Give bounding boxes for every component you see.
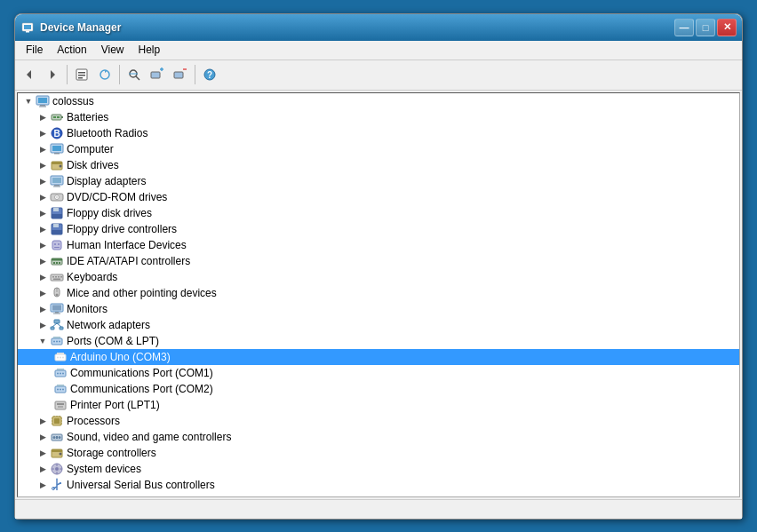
svg-rect-1 <box>24 25 31 29</box>
back-button[interactable] <box>19 64 40 85</box>
floppy-icon <box>50 206 64 220</box>
svg-rect-96 <box>57 403 64 405</box>
network-icon <box>50 318 64 332</box>
tree-node-com2[interactable]: Communications Port (COM2) <box>18 381 739 397</box>
tree-node-system[interactable]: ▶ System devices <box>18 461 739 477</box>
svg-text:B: B <box>53 129 60 139</box>
svg-point-91 <box>57 388 59 390</box>
expander[interactable]: ▶ <box>36 158 50 172</box>
expander[interactable]: ▶ <box>36 478 50 492</box>
tree-node-keyboards[interactable]: ▶ Keyboards <box>18 269 739 285</box>
tree-node-lpt1[interactable]: Printer Port (LPT1) <box>18 397 739 413</box>
toolbar: ? <box>15 60 742 91</box>
svg-point-78 <box>59 340 60 342</box>
help-button[interactable]: ? <box>199 64 220 85</box>
expander[interactable]: ▶ <box>36 286 50 300</box>
keyboard-icon <box>50 270 64 284</box>
svg-rect-33 <box>52 162 62 164</box>
svg-rect-46 <box>53 224 59 227</box>
svg-rect-61 <box>60 276 62 278</box>
expander[interactable]: ▶ <box>36 222 50 236</box>
tree-node-bluetooth[interactable]: ▶ B Bluetooth Radios <box>18 125 739 141</box>
close-button[interactable]: ✕ <box>717 19 737 36</box>
menu-file[interactable]: File <box>19 42 50 58</box>
svg-rect-44 <box>52 214 62 218</box>
expander[interactable]: ▶ <box>36 254 50 268</box>
tree-node-storage[interactable]: ▶ Storage controllers <box>18 445 739 461</box>
remove-button[interactable] <box>170 64 191 85</box>
node-label: Ports (COM & LPT) <box>67 335 159 347</box>
monitor-icon <box>50 302 64 316</box>
svg-rect-84 <box>57 353 64 354</box>
tree-node-computer[interactable]: ▶ Computer <box>18 141 739 157</box>
tree-node-monitors[interactable]: ▶ Monitors <box>18 301 739 317</box>
tree-node-display[interactable]: ▶ Display adapters <box>18 173 739 189</box>
node-label: System devices <box>67 463 141 475</box>
menu-help[interactable]: Help <box>131 42 168 58</box>
add-hardware-button[interactable] <box>147 64 168 85</box>
tree-node-ports[interactable]: ▼ Ports (COM & LPT) <box>18 333 739 349</box>
svg-rect-51 <box>54 247 60 248</box>
floppy-ctrl-icon <box>50 222 64 236</box>
svg-rect-22 <box>39 106 46 107</box>
tree-node-batteries[interactable]: ▶ Batteries <box>18 109 739 125</box>
expander[interactable]: ▶ <box>36 462 50 476</box>
expander[interactable]: ▶ <box>36 302 50 316</box>
svg-point-77 <box>56 340 58 342</box>
scan-button[interactable] <box>124 64 145 85</box>
expander[interactable]: ▶ <box>36 238 50 252</box>
svg-rect-36 <box>52 178 61 183</box>
expander[interactable]: ▶ <box>36 318 50 332</box>
tree-node-sound[interactable]: ▶ Sound, video and game controllers <box>18 429 739 445</box>
disk-icon <box>50 158 64 172</box>
tree-node-arduino[interactable]: Arduino Uno (COM3) <box>18 349 739 365</box>
svg-point-76 <box>53 340 55 342</box>
root-expander[interactable]: ▼ <box>21 94 36 108</box>
tree-node-processors[interactable]: ▶ Process <box>18 413 739 429</box>
tree-node-floppy-disk[interactable]: ▶ Floppy disk drives <box>18 205 739 221</box>
tree-node-dvd[interactable]: ▶ DVD/CD-ROM drives <box>18 189 739 205</box>
usb-icon <box>50 478 64 492</box>
tree-root[interactable]: ▼ colossus <box>18 93 739 109</box>
tree-node-floppy-ctrl[interactable]: ▶ Floppy drive controllers <box>18 221 739 237</box>
tree-node-usb[interactable]: ▶ Universal Serial Bus controllers <box>18 477 739 493</box>
svg-rect-55 <box>56 262 58 264</box>
device-manager-window: Device Manager — □ ✕ File Action View He… <box>14 13 743 520</box>
ports-icon <box>50 334 64 348</box>
expander[interactable]: ▼ <box>36 334 50 348</box>
tree-node-hid[interactable]: ▶ Human Interface Devices <box>18 237 739 253</box>
device-tree[interactable]: ▼ colossus ▶ <box>17 92 740 497</box>
svg-point-111 <box>59 436 61 439</box>
tree-node-mice[interactable]: ▶ Mice and other pointing devices <box>18 285 739 301</box>
minimize-button[interactable]: — <box>674 19 694 36</box>
toolbar-separator-3 <box>195 65 195 84</box>
properties-button[interactable] <box>71 64 92 85</box>
expander[interactable]: ▶ <box>36 174 50 188</box>
update-driver-button[interactable] <box>94 64 116 85</box>
expander[interactable]: ▶ <box>36 414 50 428</box>
expander[interactable]: ▶ <box>36 142 50 156</box>
expander[interactable]: ▶ <box>36 206 50 220</box>
tree-node-disk[interactable]: ▶ Disk drives <box>18 157 739 173</box>
expander[interactable]: ▶ <box>36 126 50 140</box>
tree-node-network[interactable]: ▶ Network adapters <box>18 317 739 333</box>
forward-button[interactable] <box>42 64 63 85</box>
com1-icon <box>53 366 68 380</box>
expander[interactable]: ▶ <box>36 446 50 460</box>
tree-node-com1[interactable]: Communications Port (COM1) <box>18 365 739 381</box>
menu-action[interactable]: Action <box>50 42 93 58</box>
expander[interactable]: ▶ <box>36 270 50 284</box>
maximize-button[interactable]: □ <box>696 19 715 36</box>
expander[interactable]: ▶ <box>36 190 50 204</box>
svg-point-92 <box>60 388 61 390</box>
svg-text:?: ? <box>207 70 212 80</box>
node-label: Display adapters <box>67 175 146 187</box>
expander[interactable]: ▶ <box>36 430 50 444</box>
svg-rect-54 <box>53 262 55 264</box>
tree-node-ide[interactable]: ▶ IDE ATA/ATAPI controllers <box>18 253 739 269</box>
node-label: Communications Port (COM2) <box>70 383 213 395</box>
node-label: Processors <box>67 415 120 427</box>
expander[interactable]: ▶ <box>36 110 50 124</box>
menu-view[interactable]: View <box>94 42 131 58</box>
svg-rect-12 <box>151 72 160 78</box>
